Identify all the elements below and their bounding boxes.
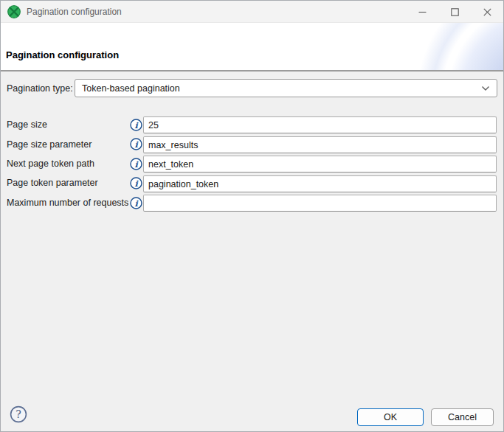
help-icon: ? bbox=[10, 405, 27, 423]
info-icon: i bbox=[130, 138, 142, 150]
page-size-parameter-input[interactable] bbox=[143, 136, 497, 153]
pagination-type-selected-value: Token-based pagination bbox=[82, 83, 180, 94]
max-requests-info-button[interactable]: i bbox=[130, 197, 142, 209]
info-icon: i bbox=[130, 177, 142, 189]
info-icon: i bbox=[130, 119, 142, 131]
next-page-token-path-input[interactable] bbox=[143, 156, 497, 173]
header-gradient-decoration bbox=[310, 23, 503, 70]
page-size-input[interactable] bbox=[143, 116, 497, 133]
minimize-icon bbox=[418, 8, 427, 16]
title-bar[interactable]: Pagination configuration bbox=[1, 1, 503, 23]
help-button[interactable]: ? bbox=[10, 405, 27, 423]
svg-text:?: ? bbox=[15, 408, 21, 420]
page-size-parameter-label: Page size parameter bbox=[7, 139, 92, 150]
page-token-parameter-info-button[interactable]: i bbox=[130, 177, 142, 189]
window-title: Pagination configuration bbox=[27, 7, 122, 17]
pagination-configuration-dialog: Pagination configuration Pagination conf… bbox=[0, 0, 504, 432]
next-page-token-path-info-button[interactable]: i bbox=[130, 158, 142, 170]
pagination-type-dropdown[interactable]: Token-based pagination bbox=[75, 79, 497, 97]
close-button[interactable] bbox=[471, 1, 503, 23]
close-icon bbox=[483, 8, 491, 16]
pagination-type-label: Pagination type: bbox=[7, 83, 73, 94]
info-icon: i bbox=[130, 197, 142, 209]
next-page-token-path-label: Next page token path bbox=[7, 158, 94, 169]
cancel-button[interactable]: Cancel bbox=[431, 408, 494, 426]
node-icon bbox=[7, 5, 21, 18]
minimize-button[interactable] bbox=[406, 1, 438, 23]
page-token-parameter-input[interactable] bbox=[143, 175, 497, 192]
maximize-button[interactable] bbox=[438, 1, 471, 23]
maximize-icon bbox=[451, 8, 459, 16]
ok-button[interactable]: OK bbox=[357, 408, 424, 426]
page-token-parameter-label: Page token parameter bbox=[7, 178, 98, 188]
page-size-parameter-info-button[interactable]: i bbox=[130, 138, 142, 150]
page-size-info-button[interactable]: i bbox=[130, 119, 142, 131]
info-icon: i bbox=[130, 158, 142, 170]
page-size-label: Page size bbox=[7, 119, 47, 130]
max-requests-label: Maximum number of requests bbox=[7, 198, 128, 208]
page-title: Pagination configuration bbox=[6, 49, 119, 60]
dialog-header: Pagination configuration bbox=[1, 23, 503, 72]
max-requests-input[interactable] bbox=[143, 195, 497, 212]
chevron-down-icon bbox=[481, 86, 490, 91]
window-controls bbox=[406, 1, 503, 23]
